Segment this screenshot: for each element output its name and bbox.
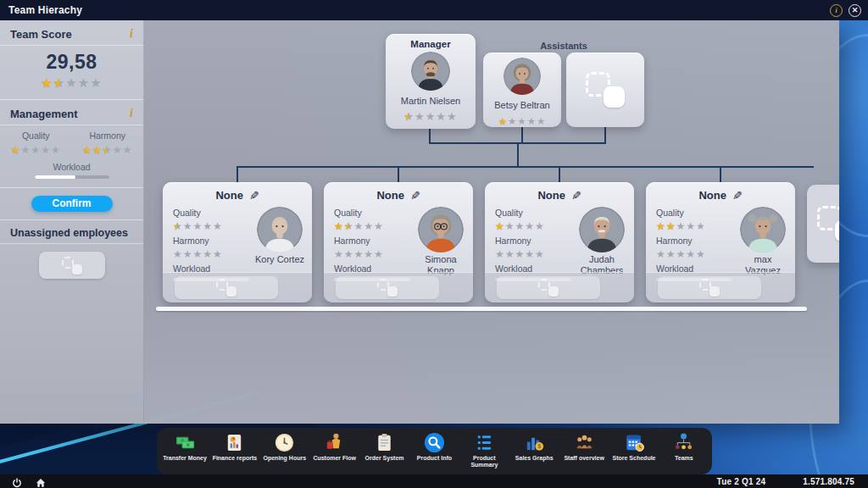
org-chart-area: Manager Martin Nielsen ★★★★★★★★★★ Assist… bbox=[144, 20, 839, 424]
team-name: None bbox=[698, 189, 726, 202]
edit-team-name-icon[interactable]: ✎ bbox=[410, 190, 420, 202]
taskbar-item-transfer-money[interactable]: Transfer Money bbox=[160, 432, 209, 462]
connector-line bbox=[236, 166, 814, 168]
info-icon[interactable]: i bbox=[830, 4, 843, 17]
harmony-label: Harmony bbox=[656, 236, 737, 246]
team-score-stars: ★★★★★★★★★★ bbox=[41, 76, 102, 89]
sales-graphs-icon: $ bbox=[524, 432, 545, 453]
opening-hours-icon bbox=[274, 432, 295, 453]
team-name: None bbox=[537, 189, 565, 202]
harmony-label: Harmony bbox=[334, 236, 415, 246]
team-drop-zone[interactable] bbox=[658, 276, 761, 299]
team-name: None bbox=[376, 189, 404, 202]
unassigned-heading: Unassigned employees bbox=[10, 227, 128, 239]
team-score-section: Team Score i 29,58 ★★★★★★★★★★ bbox=[0, 20, 143, 100]
connector-line bbox=[236, 166, 238, 182]
team-score-info-icon[interactable]: i bbox=[130, 27, 133, 41]
store-schedule-icon bbox=[624, 432, 645, 453]
taskbar-item-teams[interactable]: Teams bbox=[659, 432, 709, 462]
connector-line bbox=[720, 166, 721, 182]
team-drop-zone[interactable] bbox=[336, 276, 439, 299]
quality-stars: ★★★★★★★★★★ bbox=[173, 221, 223, 231]
edit-team-name-icon[interactable]: ✎ bbox=[732, 190, 743, 202]
management-heading: Management bbox=[10, 108, 77, 120]
harmony-stars: ★★★★★★★★★★ bbox=[656, 249, 706, 259]
drag-drop-icon bbox=[817, 206, 839, 241]
connector-line bbox=[517, 142, 519, 167]
assistant-card[interactable]: Betsy Beltran ★★★★★★★★★★ bbox=[483, 53, 561, 127]
taskbar-item-customer-flow[interactable]: Customer Flow bbox=[310, 432, 359, 462]
manager-avatar[interactable] bbox=[411, 52, 450, 91]
connector-line bbox=[429, 129, 431, 143]
power-icon[interactable] bbox=[12, 476, 22, 486]
taskbar-item-staff-overview[interactable]: Staff overview bbox=[559, 432, 609, 462]
edit-team-name-icon[interactable]: ✎ bbox=[249, 190, 259, 202]
quality-label: Quality bbox=[0, 130, 72, 141]
game-date: Tue 2 Q1 24 bbox=[717, 477, 766, 486]
sidebar: Team Score i 29,58 ★★★★★★★★★★ Management… bbox=[0, 20, 144, 424]
quality-stars: ★★★★★★★★★★ bbox=[11, 145, 61, 155]
order-system-icon bbox=[374, 432, 395, 453]
team-card[interactable]: None ✎ Quality ★★★★★★★★★★ Harmony ★★★★★★… bbox=[324, 182, 473, 302]
employee-avatar[interactable] bbox=[257, 207, 303, 252]
connector-line bbox=[398, 166, 399, 182]
taskbar-item-product-info[interactable]: Product Info bbox=[409, 432, 459, 462]
team-drop-zone[interactable] bbox=[175, 276, 278, 299]
harmony-stars: ★★★★★★★★★★ bbox=[173, 249, 223, 259]
team-card-footer bbox=[646, 272, 795, 302]
connector-line bbox=[559, 166, 560, 182]
confirm-button[interactable]: Confirm bbox=[31, 196, 113, 212]
edit-team-name-icon[interactable]: ✎ bbox=[571, 190, 581, 202]
team-hierarchy-panel: Team Score i 29,58 ★★★★★★★★★★ Management… bbox=[0, 20, 839, 424]
drag-drop-icon bbox=[377, 279, 398, 297]
unassigned-drop-zone[interactable] bbox=[39, 252, 105, 279]
team-card[interactable]: None ✎ Quality ★★★★★★★★★★ Harmony ★★★★★★… bbox=[163, 182, 312, 302]
product-summary-icon bbox=[474, 432, 495, 453]
manager-card[interactable]: Manager Martin Nielsen ★★★★★★★★★★ bbox=[386, 34, 476, 129]
workload-bar bbox=[35, 175, 109, 179]
close-icon[interactable]: ✕ bbox=[849, 4, 861, 17]
new-team-drop-slot[interactable] bbox=[807, 185, 839, 263]
taskbar-item-sales-graphs[interactable]: $ Sales Graphs bbox=[509, 432, 559, 462]
management-info-icon[interactable]: i bbox=[130, 107, 133, 120]
taskbar-dock: Transfer Money Finance reports Opening H… bbox=[157, 428, 712, 474]
team-card[interactable]: None ✎ Quality ★★★★★★★★★★ Harmony ★★★★★★… bbox=[485, 182, 634, 302]
home-icon[interactable] bbox=[36, 476, 46, 486]
desktop: Team Hierachy i ✕ Team Score i 29,58 ★★★… bbox=[0, 0, 868, 488]
employee-avatar[interactable] bbox=[740, 207, 786, 252]
taskbar-item-order-system[interactable]: Order System bbox=[360, 432, 409, 462]
connector-line bbox=[604, 127, 606, 143]
assistants-label: Assistants bbox=[483, 41, 644, 51]
team-drop-zone[interactable] bbox=[497, 276, 600, 299]
employee-avatar[interactable] bbox=[579, 207, 625, 252]
team-card[interactable]: None ✎ Quality ★★★★★★★★★★ Harmony ★★★★★★… bbox=[646, 182, 795, 302]
team-card-footer bbox=[485, 272, 634, 302]
teams-icon bbox=[673, 432, 694, 453]
product-info-icon bbox=[424, 432, 445, 453]
drag-drop-icon bbox=[538, 279, 559, 297]
taskbar-item-product-summary[interactable]: Product Summary bbox=[459, 432, 509, 469]
confirm-section: Confirm bbox=[0, 188, 143, 220]
employee-avatar[interactable] bbox=[418, 207, 464, 252]
taskbar-item-opening-hours[interactable]: Opening Hours bbox=[260, 432, 309, 462]
manager-role-label: Manager bbox=[386, 34, 476, 49]
connector-line bbox=[521, 127, 523, 143]
taskbar-item-store-schedule[interactable]: Store Schedule bbox=[609, 432, 659, 462]
staff-overview-icon bbox=[574, 432, 595, 453]
money-balance: 1.571.804.75 bbox=[803, 477, 854, 486]
drag-drop-icon bbox=[62, 257, 82, 274]
horizontal-scrollbar[interactable] bbox=[156, 307, 807, 311]
svg-text:$: $ bbox=[537, 442, 541, 450]
harmony-stars: ★★★★★★★★★★ bbox=[82, 145, 132, 155]
assistant-stars: ★★★★★★★★★★ bbox=[498, 117, 547, 127]
drag-drop-icon bbox=[586, 72, 625, 108]
harmony-label: Harmony bbox=[72, 130, 144, 141]
quality-stars: ★★★★★★★★★★ bbox=[495, 221, 545, 231]
window-title: Team Hierachy bbox=[8, 4, 82, 16]
taskbar-item-finance-reports[interactable]: Finance reports bbox=[210, 432, 259, 462]
quality-label: Quality bbox=[656, 208, 737, 218]
assistant-avatar[interactable] bbox=[504, 58, 541, 95]
manager-name: Martin Nielsen bbox=[386, 96, 476, 107]
quality-stars: ★★★★★★★★★★ bbox=[656, 221, 706, 231]
assistant-empty-slot[interactable] bbox=[566, 53, 644, 127]
